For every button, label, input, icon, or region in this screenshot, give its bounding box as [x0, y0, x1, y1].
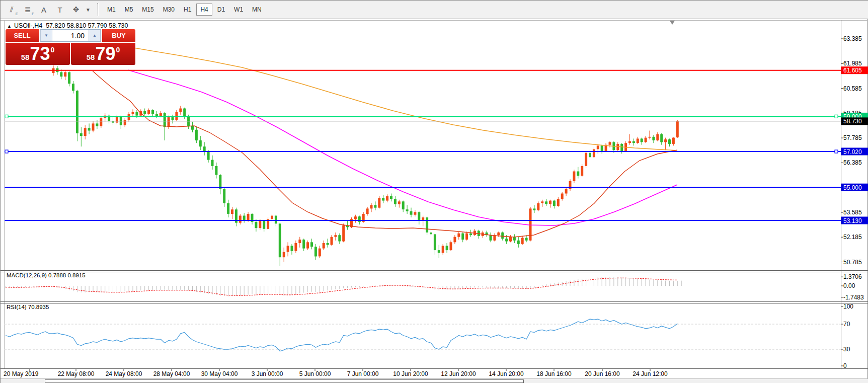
horizontal-scrollbar [1, 378, 868, 383]
date-tick-label: 12 Jun 20:00 [441, 370, 476, 377]
date-tick-label: 24 Jun 12:00 [633, 370, 668, 377]
price-tick-label: 57.785 [843, 134, 862, 141]
price-tick-label: 56.385 [843, 159, 862, 166]
volume-increase-icon[interactable]: ▲ [89, 30, 101, 41]
date-tick-label: 7 Jun 00:00 [347, 370, 379, 377]
frame-layer [1, 20, 868, 369]
date-tick-label: 20 May 2019 [4, 370, 39, 377]
volume-decrease-icon[interactable]: ▼ [40, 30, 52, 41]
sell-price-main: 73 [30, 45, 50, 63]
sell-price-prefix: 58 [21, 53, 30, 61]
buy-price-main: 79 [95, 45, 115, 63]
date-tick-label: 30 May 04:00 [201, 370, 238, 377]
svg-text:58.730: 58.730 [843, 118, 862, 125]
ma-lines-layer [93, 47, 677, 237]
date-tick-label: 3 Jun 00:00 [252, 370, 283, 377]
svg-text:55.000: 55.000 [843, 184, 862, 191]
rsi-scale-label: 30 [843, 346, 850, 353]
macd-scale-label: 1.3706 [843, 273, 862, 280]
rsi-label: RSI(14) 70.8935 [7, 304, 49, 310]
buy-price-prefix: 58 [87, 53, 95, 61]
price-tick-label: 50.785 [843, 259, 862, 266]
date-tick-label: 28 May 04:00 [153, 370, 190, 377]
macd-scale-label: 0.00 [843, 282, 855, 289]
chart-ohlc-values: 57.820 58.810 57.790 58.730 [46, 22, 128, 29]
date-tick-label: 22 May 08:00 [58, 370, 95, 377]
chart-title: ▲USOil-,H4 57.820 58.810 57.790 58.730 [7, 22, 128, 29]
macd-label: MACD(12,26,9) 0.7888 0.8915 [7, 272, 86, 278]
sell-price-button[interactable]: 58 73 0 [6, 43, 70, 65]
rsi-scale-label: 100 [843, 303, 853, 310]
buy-price-button[interactable]: 58 79 0 [71, 43, 135, 65]
price-tick-label: 53.585 [843, 209, 862, 216]
svg-text:61.605: 61.605 [843, 67, 862, 74]
sell-button[interactable]: SELL [6, 29, 39, 42]
trading-platform-window: ⫽E≣FAT✥▼ M1M5M15M30H1H4D1W1MN ▲USOil-,H4… [0, 0, 868, 383]
chart-collapse-icon[interactable]: ▲ [7, 24, 12, 29]
date-tick-label: 5 Jun 00:00 [299, 370, 331, 377]
scrollbar-thumb[interactable] [45, 379, 524, 383]
date-tick-label: 14 Jun 20:00 [489, 370, 524, 377]
price-tick-label: 52.185 [843, 234, 862, 241]
rsi-layer: 10070300 [5, 303, 853, 369]
chart-shift-marker [670, 21, 675, 25]
date-tick-label: 24 May 08:00 [106, 370, 142, 377]
rsi-scale-label: 70 [843, 321, 850, 328]
svg-text:57.020: 57.020 [843, 148, 862, 156]
volume-input[interactable] [52, 30, 89, 41]
one-click-trade-panel: SELL ▼ ▲ BUY 58 73 0 58 79 0 [6, 29, 135, 65]
rsi-scale-label: 0 [843, 362, 847, 369]
buy-price-sup: 0 [116, 46, 120, 54]
macd-scale-label: -1.7483 [843, 294, 864, 301]
date-tick-label: 20 Jun 16:00 [585, 370, 620, 377]
buy-button[interactable]: BUY [102, 29, 135, 42]
candles-layer [52, 65, 679, 266]
volume-stepper: ▼ ▲ [40, 29, 101, 42]
price-tick-label: 60.585 [843, 85, 862, 92]
date-tick-label: 18 Jun 16:00 [536, 370, 572, 377]
chart-symbol-period: USOil-,H4 [14, 22, 42, 29]
time-axis-layer: 20 May 201922 May 08:0024 May 08:0028 Ma… [4, 369, 668, 377]
svg-text:53.130: 53.130 [843, 217, 862, 224]
sell-price-sup: 0 [50, 46, 54, 54]
date-tick-label: 10 Jun 20:00 [393, 370, 428, 377]
price-tick-label: 63.385 [843, 35, 862, 42]
macd-layer: 1.37060.00-1.7483 [6, 273, 864, 301]
price-axis-layer: 63.38561.98560.58559.18557.78556.38553.5… [841, 35, 868, 266]
price-tick-label: 61.985 [843, 60, 862, 67]
